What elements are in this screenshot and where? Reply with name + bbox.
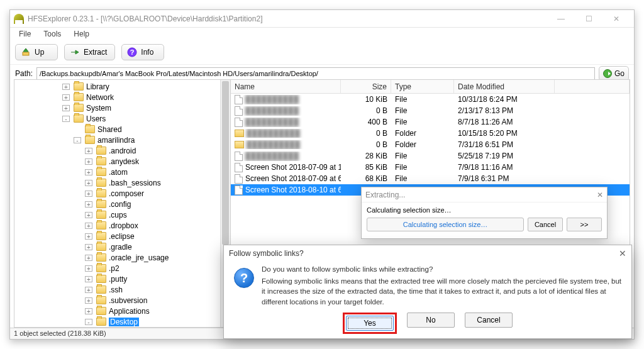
- col-type[interactable]: Type: [391, 80, 454, 93]
- tree-item[interactable]: +.anydesk: [18, 156, 230, 167]
- tree-item-label: .p2: [109, 264, 119, 273]
- extract-button[interactable]: Extract: [64, 44, 115, 60]
- menu-file[interactable]: File: [15, 28, 35, 40]
- table-row[interactable]: ██████████28 KiBFile5/25/18 7:19 PM: [231, 150, 630, 162]
- col-name[interactable]: Name: [231, 80, 341, 93]
- tree-item-label: .cups: [109, 211, 127, 219]
- table-row[interactable]: ██████████0 BFile2/13/17 8:13 PM: [231, 105, 630, 116]
- file-date: 7/9/18 6:31 PM: [454, 174, 555, 183]
- folder-icon: [235, 130, 244, 137]
- go-arrow-icon: [603, 69, 612, 78]
- extracting-close-icon[interactable]: ✕: [597, 191, 603, 199]
- tree-item[interactable]: +.android: [18, 145, 230, 156]
- yes-button[interactable]: Yes: [346, 316, 394, 331]
- tree-item[interactable]: +.cups: [18, 209, 230, 220]
- tree-item[interactable]: +.ssh: [18, 284, 230, 295]
- minimize-button[interactable]: —: [547, 10, 575, 28]
- expand-toggle-icon[interactable]: -: [74, 137, 81, 143]
- expand-toggle-icon[interactable]: +: [85, 148, 92, 154]
- tree-item[interactable]: -Users: [18, 113, 230, 124]
- expand-toggle-icon[interactable]: +: [85, 223, 92, 229]
- tree-item[interactable]: +.config: [18, 199, 230, 209]
- folder-icon: [96, 168, 106, 176]
- table-row[interactable]: ██████████0 BFolder7/31/18 6:51 PM: [231, 139, 630, 150]
- symlinks-close-icon[interactable]: ✕: [619, 248, 626, 258]
- info-button[interactable]: ? Info: [121, 44, 164, 60]
- expand-toggle-icon[interactable]: +: [85, 158, 92, 165]
- file-date: 5/25/18 7:19 PM: [454, 152, 555, 160]
- table-row[interactable]: ██████████0 BFolder10/15/18 5:20 PM: [231, 128, 630, 139]
- tree-item[interactable]: -Desktop: [18, 316, 230, 327]
- tree-item[interactable]: +Applications: [18, 306, 230, 316]
- expand-toggle-icon[interactable]: +: [62, 94, 70, 101]
- expand-toggle-icon[interactable]: +: [62, 105, 70, 111]
- menu-help[interactable]: Help: [70, 28, 93, 40]
- scrollbar-thumb[interactable]: [222, 81, 229, 245]
- folder-icon: [96, 211, 106, 219]
- tree-item[interactable]: +System: [18, 102, 230, 113]
- menu-tools[interactable]: Tools: [40, 28, 65, 40]
- tree-item[interactable]: +.atom: [18, 167, 230, 177]
- expand-toggle-icon[interactable]: +: [85, 191, 92, 197]
- folder-tree[interactable]: +Library+Network+System-UsersShared-amar…: [14, 80, 230, 328]
- expand-toggle-icon[interactable]: -: [85, 319, 92, 325]
- tree-item[interactable]: +Network: [18, 92, 230, 102]
- maximize-button[interactable]: ☐: [575, 10, 602, 28]
- tree-item[interactable]: +.bash_sessions: [18, 177, 230, 188]
- file-size: 85 KiB: [341, 163, 391, 172]
- tree-item[interactable]: +.subversion: [18, 295, 230, 306]
- col-size[interactable]: Size: [341, 80, 391, 93]
- expand-toggle-icon[interactable]: +: [85, 265, 92, 272]
- symlinks-question: Do you want to follow symbolic links whi…: [262, 264, 624, 275]
- info-label: Info: [141, 48, 153, 57]
- expand-toggle-icon[interactable]: -: [62, 116, 70, 122]
- file-icon: [235, 163, 243, 172]
- cancel-extract-button[interactable]: Cancel: [528, 218, 563, 231]
- file-size: 0 B: [341, 106, 391, 115]
- expand-toggle-icon[interactable]: +: [62, 84, 70, 90]
- path-input[interactable]: [36, 67, 595, 80]
- table-row[interactable]: ██████████10 KiBFile10/31/18 6:24 PM: [231, 94, 630, 105]
- table-row[interactable]: ██████████400 BFile8/7/18 11:26 AM: [231, 116, 630, 128]
- expand-toggle-icon[interactable]: +: [85, 244, 92, 250]
- expand-toggle-icon[interactable]: +: [85, 169, 92, 175]
- expand-toggle-icon[interactable]: +: [85, 297, 92, 304]
- up-label: Up: [35, 48, 44, 57]
- question-icon: ?: [234, 268, 254, 288]
- no-button[interactable]: No: [407, 313, 455, 328]
- table-row[interactable]: Screen Shot 2018-07-09 at 6.31.68 KiBFil…: [231, 173, 630, 184]
- tree-item[interactable]: +.oracle_jre_usage: [18, 252, 230, 263]
- expand-toggle-icon[interactable]: +: [85, 287, 92, 293]
- tree-item[interactable]: +.p2: [18, 263, 230, 274]
- close-button[interactable]: ✕: [602, 10, 630, 28]
- col-date[interactable]: Date Modified: [454, 80, 555, 93]
- menu-bar: File Tools Help: [10, 28, 634, 40]
- tree-item[interactable]: -amarilindra: [18, 135, 230, 145]
- tree-item-label: Desktop: [109, 318, 139, 326]
- tree-item-label: .composer: [109, 189, 144, 198]
- tree-item[interactable]: +.dropbox: [18, 220, 230, 231]
- tree-item[interactable]: +Library: [18, 81, 230, 92]
- expand-toggle-icon[interactable]: +: [85, 201, 92, 208]
- folder-icon: [235, 141, 244, 148]
- expand-toggle-icon[interactable]: +: [85, 212, 92, 218]
- expand-toggle-icon[interactable]: +: [85, 180, 92, 186]
- tree-item[interactable]: +.composer: [18, 188, 230, 199]
- file-type: File: [391, 174, 454, 183]
- up-button[interactable]: Up: [15, 44, 58, 60]
- tree-item[interactable]: Shared: [18, 124, 230, 135]
- expand-toggle-icon[interactable]: +: [85, 308, 92, 314]
- tree-item[interactable]: +.gradle: [18, 241, 230, 252]
- tree-item[interactable]: +.eclipse: [18, 231, 230, 241]
- expand-toggle-icon[interactable]: +: [85, 255, 92, 261]
- next-extract-button[interactable]: >>: [567, 218, 602, 231]
- folder-icon: [96, 243, 106, 251]
- expand-toggle-icon[interactable]: +: [85, 276, 92, 282]
- cancel-symlinks-button[interactable]: Cancel: [465, 313, 513, 328]
- expand-toggle-icon[interactable]: +: [85, 233, 92, 240]
- col-spacer: [555, 80, 630, 93]
- file-rows: ██████████10 KiBFile10/31/18 6:24 PM████…: [231, 94, 630, 196]
- tree-item[interactable]: +.putty: [18, 274, 230, 284]
- go-label: Go: [614, 69, 625, 78]
- table-row[interactable]: Screen Shot 2018-07-09 at 11.1585 KiBFil…: [231, 162, 630, 173]
